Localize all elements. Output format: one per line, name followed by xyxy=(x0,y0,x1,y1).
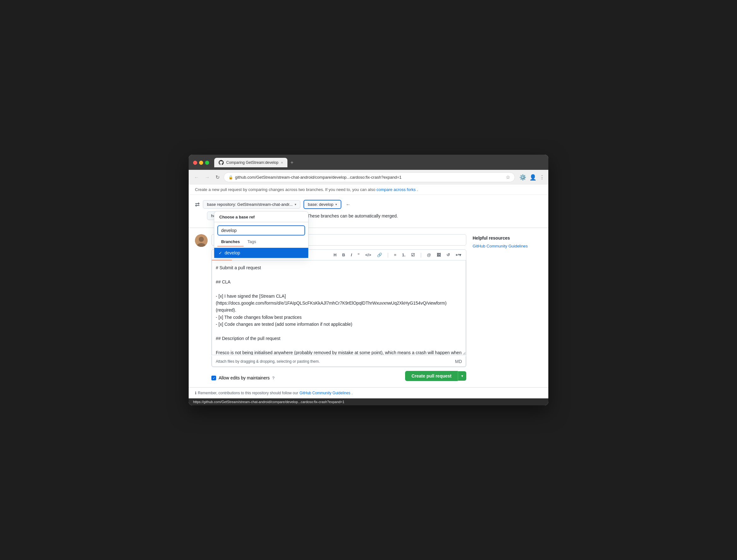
mention-btn[interactable]: @ xyxy=(425,252,432,258)
chevron-down-icon: ▾ xyxy=(295,203,296,206)
menu-icon[interactable]: ⋮ xyxy=(539,174,544,180)
task-list-btn[interactable]: ☑ xyxy=(409,252,416,258)
divider2: | xyxy=(419,252,423,258)
create-pr-area: Create pull request ▾ xyxy=(405,371,466,381)
minimize-light[interactable] xyxy=(199,161,203,165)
merge-status: These branches can be automatically merg… xyxy=(307,213,398,218)
compare-arrows-icon: ⇄ xyxy=(195,201,200,208)
swap-arrow-button[interactable]: ← xyxy=(345,200,352,209)
list-btn[interactable]: ≡ xyxy=(392,252,398,258)
base-ref-dropdown: Choose a base ref Branches Tags ✓ develo… xyxy=(214,211,309,258)
refresh-btn[interactable]: ↺ xyxy=(445,252,451,258)
help-icon[interactable]: ? xyxy=(272,376,275,380)
sidebar-resources: Helpful resources GitHub Community Guide… xyxy=(472,234,542,381)
bottom-actions: ✓ Allow edits by maintainers ? Create pu… xyxy=(211,371,466,381)
divider: | xyxy=(386,252,390,258)
fullscreen-light[interactable] xyxy=(205,161,209,165)
pr-body-textarea[interactable]: # Submit a pull request ## CLA - [x] I h… xyxy=(212,260,466,355)
branch-search-input[interactable] xyxy=(217,225,305,235)
chevron-down-icon: ▾ xyxy=(336,203,337,206)
dropdown-title: Choose a base ref xyxy=(214,211,308,222)
compare-area: ⇄ base repository: GetStream/stream-chat… xyxy=(189,195,548,228)
new-tab-button[interactable]: + xyxy=(288,158,297,167)
profile-icon[interactable]: 👤 xyxy=(529,174,536,181)
attach-area: Attach files by dragging & dropping, sel… xyxy=(212,356,466,367)
create-pr-button[interactable]: Create pull request xyxy=(405,371,458,381)
user-avatar xyxy=(195,234,208,247)
create-pr-dropdown-button[interactable]: ▾ xyxy=(458,371,466,381)
pr-body-container: Write Preview H B I " </> 🔗 | ≡ xyxy=(211,249,466,367)
quote-btn[interactable]: " xyxy=(356,252,361,258)
base-branch-button[interactable]: base: develop ▾ xyxy=(304,200,342,209)
extensions-icon[interactable]: ⚙️ xyxy=(519,174,526,181)
address-bar-row: ← → ↻ 🔒 github.com/GetStream/stream-chat… xyxy=(189,170,548,185)
community-guidelines-link[interactable]: GitHub Community Guidelines xyxy=(472,244,528,248)
compare-forks-link[interactable]: compare across forks xyxy=(376,187,415,192)
check-icon: ✓ xyxy=(219,251,222,255)
link-btn[interactable]: 🔗 xyxy=(375,252,383,258)
allow-edits-checkbox[interactable]: ✓ xyxy=(211,376,216,380)
tab-close-btn[interactable]: × xyxy=(281,161,283,164)
branch-name: develop xyxy=(225,250,240,255)
page-content: Create a new pull request by comparing c… xyxy=(189,185,548,398)
maintainer-row: ✓ Allow edits by maintainers ? xyxy=(211,375,275,380)
heading-btn[interactable]: H xyxy=(332,252,338,258)
bold-btn[interactable]: B xyxy=(341,252,347,258)
top-notice: Create a new pull request by comparing c… xyxy=(189,185,548,195)
bookmark-icon[interactable]: ☆ xyxy=(506,174,510,180)
back-button[interactable]: ← xyxy=(193,174,201,181)
community-guidelines-link-2[interactable]: GitHub Community Guidelines xyxy=(300,391,350,395)
base-repo-button[interactable]: base repository: GetStream/stream-chat-a… xyxy=(203,200,300,209)
status-bar-url: https://github.com/GetStream/stream-chat… xyxy=(193,400,345,404)
remember-notice: ℹ Remember, contributions to this reposi… xyxy=(189,387,548,398)
github-favicon-icon xyxy=(219,160,224,165)
markdown-icon: MD xyxy=(455,359,462,364)
info-icon: ℹ xyxy=(195,391,197,395)
refresh-button[interactable]: ↻ xyxy=(214,174,221,181)
compare-row-1: ⇄ base repository: GetStream/stream-chat… xyxy=(195,200,542,209)
tab-title: Comparing GetStream:develop xyxy=(226,160,278,165)
lock-icon: 🔒 xyxy=(229,175,233,180)
italic-btn[interactable]: I xyxy=(349,252,354,258)
traffic-lights xyxy=(193,161,209,165)
dropdown-tabs: Branches Tags xyxy=(214,237,308,247)
resources-title: Helpful resources xyxy=(472,235,542,241)
attach-text: Attach files by dragging & dropping, sel… xyxy=(216,359,320,364)
address-text: github.com/GetStream/stream-chat-android… xyxy=(235,175,504,180)
svg-point-1 xyxy=(199,237,204,242)
undo-dropdown-btn[interactable]: ↩▾ xyxy=(454,252,463,258)
status-bar: https://github.com/GetStream/stream-chat… xyxy=(189,398,548,405)
image-btn[interactable]: 🖼 xyxy=(435,252,442,258)
active-tab[interactable]: Comparing GetStream:develop × xyxy=(214,158,288,167)
ordered-list-btn[interactable]: 1. xyxy=(400,252,407,258)
close-light[interactable] xyxy=(193,161,197,165)
browser-toolbar-icons: ⚙️ 👤 ⋮ xyxy=(519,174,544,181)
develop-branch-item[interactable]: ✓ develop xyxy=(214,248,308,258)
allow-edits-label: Allow edits by maintainers xyxy=(219,375,270,380)
tags-tab[interactable]: Tags xyxy=(244,237,260,247)
forward-button[interactable]: → xyxy=(203,174,211,181)
code-btn[interactable]: </> xyxy=(364,252,373,258)
address-bar[interactable]: 🔒 github.com/GetStream/stream-chat-andro… xyxy=(224,172,515,182)
branches-tab[interactable]: Branches xyxy=(217,237,244,247)
